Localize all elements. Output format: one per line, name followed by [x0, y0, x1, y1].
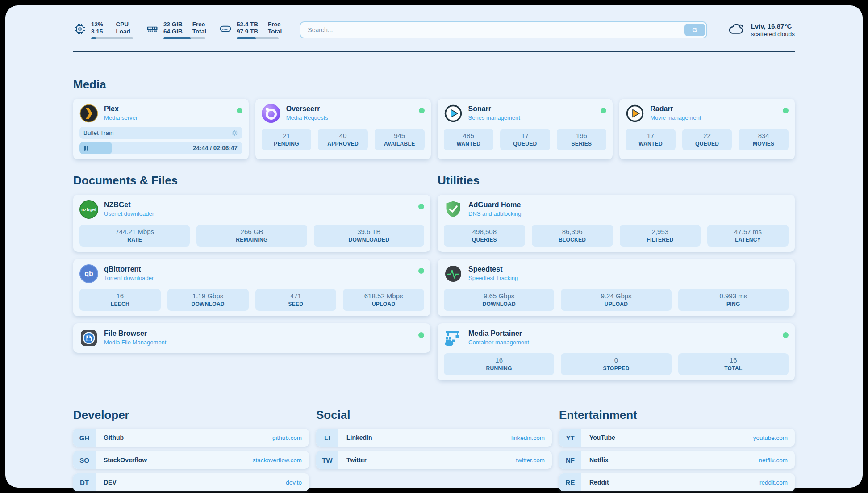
nzbget-icon: nzbget: [79, 200, 98, 219]
session-settings-icon[interactable]: [231, 129, 238, 137]
link-badge: SO: [73, 451, 96, 469]
ram-total-value: 64 GiB: [163, 28, 183, 35]
app-subtitle: Movie management: [650, 114, 701, 121]
qbittorrent-icon: qb: [79, 264, 98, 283]
ram-stat: 22 GiB Free 64 GiB Total: [146, 21, 206, 39]
section-title-media: Media: [73, 78, 795, 92]
search-engine-button[interactable]: G: [684, 24, 705, 36]
link-row-dev[interactable]: DT DEV dev.to: [73, 473, 309, 491]
dashboard-panel: 12% CPU 3.15 Load: [5, 5, 863, 488]
app-card-speedtest[interactable]: Speedtest Speedtest Tracking 9.65 Gbps D…: [438, 259, 795, 316]
radarr-icon: [626, 104, 644, 123]
stat-tile: 17 QUEUED: [500, 129, 550, 150]
stat-tile: 86,396 BLOCKED: [532, 225, 613, 246]
link-url: reddit.com: [760, 479, 788, 486]
app-name: Overseerr: [286, 105, 328, 113]
stat-tile: 0.993 ms PING: [678, 289, 789, 311]
app-card-filebrowser[interactable]: File Browser Media File Management: [73, 323, 430, 353]
app-card-sonarr[interactable]: Sonarr Series management 485 WANTED 17 Q…: [438, 99, 613, 159]
link-row-netflix[interactable]: NF Netflix netflix.com: [559, 451, 795, 469]
plex-now-playing: Bullet Train: [79, 127, 242, 139]
weather-location-temp: Lviv, 16.87°C: [751, 22, 795, 30]
link-url: linkedin.com: [511, 435, 545, 441]
link-name: Reddit: [589, 479, 609, 486]
app-subtitle: Speedtest Tracking: [468, 275, 518, 281]
app-subtitle: Container management: [468, 339, 529, 346]
cpu-chip-icon: [73, 22, 87, 38]
pause-icon: [84, 146, 88, 151]
app-card-adguard[interactable]: AdGuard Home DNS and adblocking 498,508 …: [438, 195, 795, 252]
stat-tile: 39.6 TB DOWNLOADED: [314, 225, 424, 246]
session-title: Bullet Train: [83, 130, 114, 136]
stat-tile: 1.19 Gbps DOWNLOAD: [167, 289, 249, 311]
cpu-label: CPU: [116, 21, 129, 28]
cpu-progress-fill: [91, 37, 96, 39]
link-name: Twitter: [346, 456, 367, 464]
app-name: NZBGet: [104, 201, 154, 209]
section-title-developer: Developer: [73, 408, 309, 422]
link-row-youtube[interactable]: YT YouTube youtube.com: [559, 429, 795, 447]
link-row-stackoverflow[interactable]: SO StackOverflow stackoverflow.com: [73, 451, 309, 469]
ram-progress-bar: [163, 37, 205, 39]
status-online-dot: [418, 332, 424, 338]
overseerr-icon: [262, 104, 280, 123]
app-name: File Browser: [104, 330, 166, 338]
disk-free-label: Free: [268, 21, 281, 28]
playback-time: 24:44 / 02:06:47: [193, 145, 242, 151]
link-row-reddit[interactable]: RE Reddit reddit.com: [559, 473, 795, 491]
link-row-linkedin[interactable]: LI LinkedIn linkedin.com: [316, 429, 552, 447]
utilities-column: Utilities AdGuard Home: [438, 174, 795, 388]
stat-tile: 0 STOPPED: [561, 353, 671, 375]
middle-columns: Documents & Files nzbget NZBGet Usenet d…: [73, 174, 795, 388]
status-online-dot: [418, 268, 424, 274]
ram-free-value: 22 GiB: [163, 21, 183, 28]
cpu-load-value: 3.15: [91, 28, 106, 35]
stat-tile: 16 LEECH: [79, 289, 161, 311]
app-card-qbittorrent[interactable]: qb qBittorrent Torrent downloader 16 LEE…: [73, 259, 430, 316]
section-title-utilities: Utilities: [438, 174, 795, 188]
link-url: youtube.com: [753, 435, 788, 441]
section-title-entertainment: Entertainment: [559, 408, 795, 422]
link-url: netflix.com: [759, 457, 788, 464]
stat-tile: 196 SERIES: [557, 129, 607, 150]
link-row-twitter[interactable]: TW Twitter twitter.com: [316, 451, 552, 469]
weather-widget: Lviv, 16.87°C scattered clouds: [728, 22, 795, 38]
link-name: YouTube: [589, 434, 615, 441]
speedtest-pulse-icon: [444, 264, 463, 283]
app-card-radarr[interactable]: Radarr Movie management 17 WANTED 22 QUE…: [619, 99, 795, 159]
link-name: Github: [104, 434, 124, 441]
status-online-dot: [419, 108, 425, 113]
stat-tile: 47.57 ms LATENCY: [707, 225, 789, 246]
app-card-nzbget[interactable]: nzbget NZBGet Usenet downloader 744.21 M…: [73, 195, 430, 252]
disk-icon: [219, 22, 232, 38]
link-badge: GH: [73, 429, 96, 447]
stat-tile: 945 AVAILABLE: [375, 129, 425, 150]
cpu-progress-bar: [91, 37, 133, 39]
stat-tile: 9.65 Gbps DOWNLOAD: [444, 289, 554, 311]
disk-progress-bar: [237, 37, 279, 39]
status-online-dot: [418, 204, 424, 209]
stat-tile: 485 WANTED: [444, 129, 494, 150]
link-row-github[interactable]: GH Github github.com: [73, 429, 309, 447]
entertainment-section: Entertainment YT YouTube youtube.com NF …: [559, 408, 795, 493]
cloud-icon: [728, 22, 746, 38]
section-title-documents: Documents & Files: [73, 174, 430, 188]
plex-playback-progress: 24:44 / 02:06:47: [79, 142, 242, 154]
app-name: Speedtest: [468, 265, 518, 273]
link-badge: LI: [316, 429, 338, 447]
status-online-dot: [783, 332, 789, 338]
disk-free-value: 52.4 TB: [237, 21, 258, 28]
app-card-portainer[interactable]: Media Portainer Container management 16 …: [438, 323, 795, 380]
app-card-plex[interactable]: Plex Media server Bullet Train 24: [73, 99, 249, 159]
status-online-dot: [237, 108, 242, 113]
link-badge: RE: [559, 473, 581, 491]
stat-tile: 2,953 FILTERED: [620, 225, 701, 246]
app-card-overseerr[interactable]: Overseerr Media Requests 21 PENDING 40 A…: [255, 99, 431, 159]
link-name: Netflix: [589, 456, 609, 464]
documents-column: Documents & Files nzbget NZBGet Usenet d…: [73, 174, 430, 388]
stat-tile: 40 APPROVED: [318, 129, 368, 150]
link-badge: NF: [559, 451, 581, 469]
stat-tile: 21 PENDING: [262, 129, 312, 150]
stat-tile: 498,508 QUERIES: [444, 225, 525, 246]
search-input[interactable]: [300, 21, 707, 38]
